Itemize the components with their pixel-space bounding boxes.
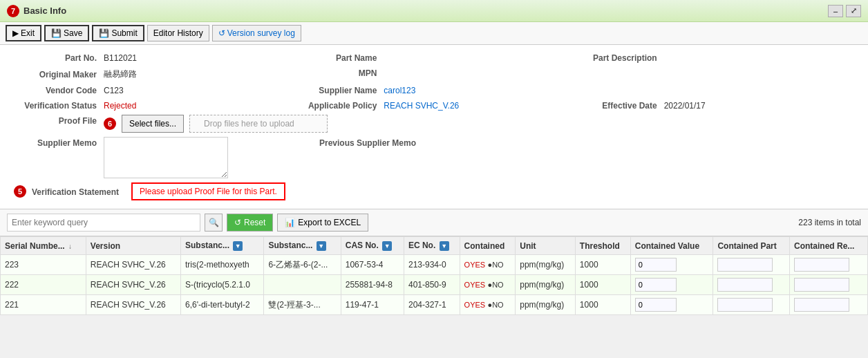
cell-unit: ppm(mg/kg) <box>516 255 576 275</box>
exit-icon: ▶ <box>12 28 19 38</box>
contained-no[interactable]: ●NO <box>488 261 504 269</box>
search-bar: 🔍 ↺ Reset 📊 Export to EXCEL 223 items in… <box>0 209 868 236</box>
cell-contained-part[interactable] <box>713 275 790 295</box>
col-version-label: Version <box>91 241 120 251</box>
contained-no[interactable]: ●NO <box>488 281 504 289</box>
title-bar-controls: – ⤢ <box>828 5 861 17</box>
verification-statement-label: Verification Statement <box>32 186 126 197</box>
minimize-button[interactable]: – <box>828 5 843 17</box>
proof-file-label: Proof File <box>14 115 104 126</box>
cell-contained-re[interactable] <box>790 275 868 295</box>
supplier-name-label: Supplier Name <box>294 84 384 95</box>
supplier-memo-input[interactable] <box>104 137 228 178</box>
col-serial-label: Serial Numbe... <box>5 241 65 251</box>
version-survey-icon: ↺ <box>218 28 225 38</box>
cell-contained-value[interactable] <box>630 255 713 275</box>
col-substance1[interactable]: Substanc... ▼ <box>180 237 263 255</box>
table-row: 221 REACH SVHC_V.26 6,6'-di-tert-butyl-2… <box>1 295 868 315</box>
cell-contained-part[interactable] <box>713 295 790 315</box>
cell-threshold: 1000 <box>575 295 630 315</box>
contained-yes[interactable]: OYES <box>464 301 486 309</box>
cell-contained-value[interactable] <box>630 275 713 295</box>
cell-serial: 223 <box>1 255 86 275</box>
version-survey-button[interactable]: ↺ Version survey log <box>212 25 301 41</box>
cell-serial: 222 <box>1 275 86 295</box>
contained-part-input[interactable] <box>717 258 773 272</box>
part-name-label: Part Name <box>294 52 384 63</box>
cell-version: REACH SVHC_V.26 <box>86 275 180 295</box>
col-contained-re: Contained Re... <box>790 237 868 255</box>
data-table: Serial Numbe... ↓ Version Substanc... ▼ … <box>0 236 868 315</box>
cell-ec: 213-934-0 <box>404 255 460 275</box>
cell-version: REACH SVHC_V.26 <box>86 255 180 275</box>
contained-re-input[interactable] <box>794 258 849 272</box>
cell-cas: 1067-53-4 <box>341 255 404 275</box>
mpn-label: MPN <box>294 67 384 78</box>
cell-serial: 221 <box>1 295 86 315</box>
badge-6: 6 <box>104 117 116 130</box>
col-contained-value-label: Contained Value <box>635 241 699 251</box>
col-unit-label: Unit <box>520 241 536 251</box>
page-title: Basic Info <box>23 6 66 16</box>
part-description-value <box>664 57 768 58</box>
reset-label: Reset <box>244 218 265 227</box>
col-ec[interactable]: EC No. ▼ <box>404 237 460 255</box>
col-contained-re-label: Contained Re... <box>794 241 854 251</box>
search-input[interactable] <box>7 214 200 232</box>
cell-contained: OYES ●NO <box>460 275 516 295</box>
part-no-label: Part No. <box>14 52 104 63</box>
col-substance1-label: Substanc... <box>185 241 229 250</box>
cell-contained-part[interactable] <box>713 255 790 275</box>
filter-icon-substance1[interactable]: ▼ <box>233 241 243 251</box>
part-no-value: B112021 <box>104 52 207 63</box>
form-area: Part No. B112021 Part Name Part Descript… <box>0 45 868 209</box>
submit-button[interactable]: 💾 Submit <box>92 25 144 41</box>
cell-contained-re[interactable] <box>790 295 868 315</box>
contained-part-input[interactable] <box>717 278 773 292</box>
contained-value-input[interactable] <box>635 298 677 312</box>
contained-yes[interactable]: OYES <box>464 281 486 289</box>
export-excel-button[interactable]: 📊 Export to EXCEL <box>277 214 368 232</box>
col-serial[interactable]: Serial Numbe... ↓ <box>1 237 86 255</box>
form-row-maker: Original Maker 融易締路 MPN <box>14 67 854 80</box>
editor-history-button[interactable]: Editor History <box>147 25 209 41</box>
cell-substance2 <box>264 275 341 295</box>
cell-substance2: 雙(2-羥基-3-... <box>264 295 341 315</box>
drop-zone[interactable]: Drop files here to upload <box>189 115 328 133</box>
submit-label: Submit <box>111 28 137 38</box>
filter-icon-substance2[interactable]: ▼ <box>317 241 326 251</box>
cell-unit: ppm(mg/kg) <box>516 295 576 315</box>
contained-re-input[interactable] <box>794 298 849 312</box>
contained-no[interactable]: ●NO <box>488 301 504 309</box>
contained-part-input[interactable] <box>717 298 773 312</box>
cell-threshold: 1000 <box>575 275 630 295</box>
filter-icon-ec[interactable]: ▼ <box>440 241 449 251</box>
exit-button[interactable]: ▶ Exit <box>6 25 41 41</box>
supplier-name-value: carol123 <box>384 84 487 95</box>
contained-value-input[interactable] <box>635 258 677 272</box>
contained-yes[interactable]: OYES <box>464 261 486 269</box>
reset-button[interactable]: ↺ Reset <box>227 214 273 232</box>
select-files-button[interactable]: Select files... <box>122 115 184 133</box>
cell-contained-value[interactable] <box>630 295 713 315</box>
contained-value-input[interactable] <box>635 278 677 292</box>
table-body: 223 REACH SVHC_V.26 tris(2-methoxyeth 6-… <box>1 255 868 315</box>
toolbar: ▶ Exit 💾 Save 💾 Submit Editor History ↺ … <box>0 22 868 45</box>
maximize-button[interactable]: ⤢ <box>846 5 861 17</box>
col-contained-part-label: Contained Part <box>717 241 776 251</box>
exit-label: Exit <box>21 28 35 38</box>
col-substance2[interactable]: Substanc... ▼ <box>264 237 341 255</box>
save-button[interactable]: 💾 Save <box>44 25 89 41</box>
sort-icon-serial[interactable]: ↓ <box>68 243 72 250</box>
filter-icon-cas[interactable]: ▼ <box>382 241 392 251</box>
search-button[interactable]: 🔍 <box>205 214 223 232</box>
submit-icon: 💾 <box>99 28 109 38</box>
verification-status-label: Verification Status <box>14 100 104 111</box>
search-icon: 🔍 <box>209 218 219 227</box>
cell-contained-re[interactable] <box>790 255 868 275</box>
cell-ec: 204-327-1 <box>404 295 460 315</box>
applicable-policy-value: REACH SVHC_V.26 <box>384 100 487 111</box>
col-cas[interactable]: CAS No. ▼ <box>341 237 404 255</box>
col-threshold: Threshold <box>575 237 630 255</box>
contained-re-input[interactable] <box>794 278 849 292</box>
